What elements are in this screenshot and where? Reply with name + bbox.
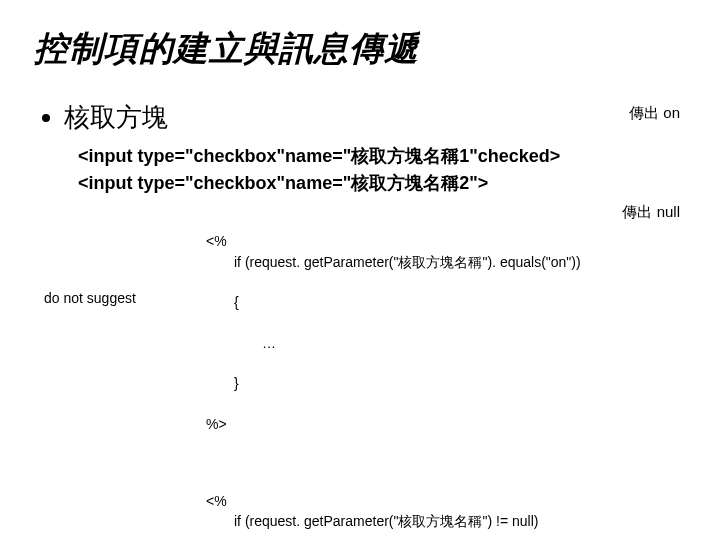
code-line: … xyxy=(206,333,686,353)
bullet-icon xyxy=(42,114,50,122)
slide-title: 控制項的建立與訊息傳遞 xyxy=(34,26,686,72)
code-line: <% xyxy=(206,233,227,249)
bullet-text: 核取方塊 xyxy=(64,100,168,135)
code-block-2: <% if (request. getParameter("核取方塊名稱") !… xyxy=(206,471,686,540)
code-block-1: <% if (request. getParameter("核取方塊名稱"). … xyxy=(206,211,686,455)
slide: 控制項的建立與訊息傳遞 核取方塊 傳出 on <input type="chec… xyxy=(0,0,720,540)
code-line: <% xyxy=(206,493,227,509)
annotation-on: 傳出 on xyxy=(629,104,680,123)
do-not-suggest-label: do not suggest xyxy=(44,290,136,306)
code-line: if (request. getParameter("核取方塊名稱"). equ… xyxy=(206,252,686,272)
body-line-2: <input type="checkbox"name="核取方塊名稱2"> xyxy=(78,170,686,197)
code-line: if (request. getParameter("核取方塊名稱") != n… xyxy=(206,511,686,531)
body-line-1: <input type="checkbox"name="核取方塊名稱1"chec… xyxy=(78,143,686,170)
code-line: } xyxy=(206,373,686,393)
annotation-null: 傳出 null xyxy=(622,203,680,222)
bullet-row: 核取方塊 xyxy=(34,100,686,135)
code-line: { xyxy=(206,292,686,312)
code-line: %> xyxy=(206,416,227,432)
body-lines: <input type="checkbox"name="核取方塊名稱1"chec… xyxy=(78,143,686,197)
